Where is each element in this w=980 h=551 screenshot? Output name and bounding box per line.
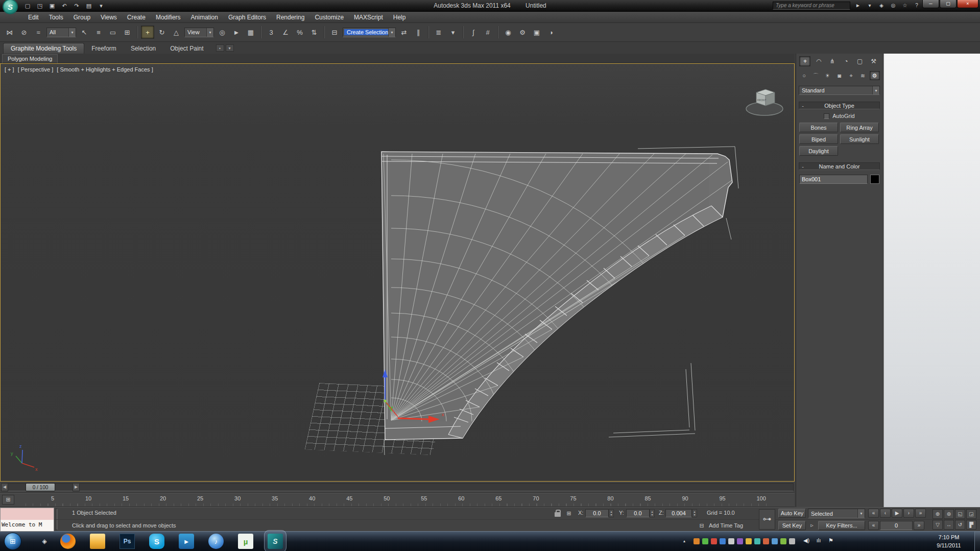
menu-rendering[interactable]: Rendering xyxy=(272,13,309,22)
network-icon[interactable]: ılı xyxy=(815,537,822,544)
previous-frame-button[interactable]: ‹ xyxy=(880,509,891,518)
render-setup-icon[interactable]: ⚙ xyxy=(516,26,529,39)
object-color-swatch[interactable] xyxy=(870,175,879,184)
angle-snap-toggle-icon[interactable]: ∠ xyxy=(279,26,292,39)
tray-chevron-icon[interactable]: ▴ xyxy=(683,539,685,543)
tray-icon-7[interactable] xyxy=(746,538,752,544)
tray-icon-8[interactable] xyxy=(754,538,760,544)
show-desktop-button[interactable] xyxy=(974,532,980,551)
select-by-name-icon[interactable]: ≡ xyxy=(92,26,105,39)
zoom-all-icon[interactable]: ⊜ xyxy=(944,509,954,519)
object-name-field[interactable]: Box001 xyxy=(799,175,868,184)
macro-recorder-field[interactable] xyxy=(1,508,54,520)
object-class-dropdown[interactable]: Standard ▾ xyxy=(799,86,880,95)
quick-launch-icon[interactable]: ◈ xyxy=(40,537,49,546)
autogrid-checkbox[interactable] xyxy=(824,113,829,119)
tray-icon-10[interactable] xyxy=(772,538,778,544)
undo-icon[interactable]: ↶ xyxy=(59,1,69,10)
name-and-color-rollout-header[interactable]: - Name and Color xyxy=(799,162,880,170)
taskbar-skype-icon[interactable]: S xyxy=(149,534,164,549)
communication-center-icon[interactable]: ◎ xyxy=(889,2,897,10)
menu-help[interactable]: Help xyxy=(389,13,411,22)
ribbon-minimize-icon[interactable]: ▾ xyxy=(226,44,234,52)
qat-options-icon[interactable]: ▾ xyxy=(96,1,106,10)
close-button[interactable]: × xyxy=(957,0,978,8)
favorites-icon[interactable]: ☆ xyxy=(901,2,909,10)
rectangular-selection-region-icon[interactable]: ▭ xyxy=(106,26,119,39)
select-and-manipulate-icon[interactable]: ► xyxy=(230,26,243,39)
menu-graph-editors[interactable]: Graph Editors xyxy=(224,13,271,22)
motion-tab-icon[interactable]: ◔ xyxy=(841,56,852,66)
geometry-category-icon[interactable]: ○ xyxy=(799,71,809,80)
maxscript-mini-listener[interactable]: Welcome to M xyxy=(0,508,54,532)
open-mini-curve-editor-button[interactable]: ⊞ xyxy=(2,495,14,505)
auto-key-button[interactable]: Auto Key xyxy=(778,509,806,518)
listener-field[interactable]: Welcome to M xyxy=(1,520,54,531)
selected-set-dropdown[interactable]: Selected ▾ xyxy=(808,509,865,518)
selection-lock-icon[interactable] xyxy=(555,512,561,517)
tray-icon-12[interactable] xyxy=(789,538,795,544)
taskbar-photoshop-icon[interactable]: Ps xyxy=(119,534,135,549)
rendered-frame-window-icon[interactable]: ▣ xyxy=(530,26,543,39)
current-frame-field[interactable]: 0 xyxy=(880,521,913,530)
taskbar-3dsmax-icon[interactable]: S xyxy=(268,534,283,549)
next-frame-step-button[interactable]: ▶ xyxy=(73,483,80,491)
viewport-pov-menu[interactable]: [ Perspective ] xyxy=(18,66,54,73)
menu-modifiers[interactable]: Modifiers xyxy=(151,13,185,22)
ring-array-button[interactable]: Ring Array xyxy=(840,123,879,132)
schematic-view-icon[interactable]: # xyxy=(481,26,494,39)
menu-create[interactable]: Create xyxy=(123,13,150,22)
keyboard-shortcut-override-icon[interactable]: ▦ xyxy=(244,26,257,39)
tab-freeform[interactable]: Freeform xyxy=(84,43,124,54)
window-crossing-toggle-icon[interactable]: ⊞ xyxy=(121,26,134,39)
viewport-general-menu[interactable]: [ + ] xyxy=(5,66,14,73)
perspective-viewport[interactable]: [ + ] [ Perspective ] [ Smooth + Highlig… xyxy=(0,63,795,482)
tray-icon-1[interactable] xyxy=(694,538,700,544)
named-selection-set-dropdown[interactable]: Create Selection Set ▾ xyxy=(343,28,396,37)
redo-icon[interactable]: ↷ xyxy=(71,1,82,10)
previous-key-button[interactable]: « xyxy=(868,521,879,530)
save-file-icon[interactable]: ▣ xyxy=(47,1,57,10)
space-warps-category-icon[interactable]: ≋ xyxy=(858,71,868,80)
coord-y-spinner[interactable]: ▴▾ xyxy=(650,509,655,517)
search-go-icon[interactable]: ► xyxy=(854,2,862,10)
tray-icon-3[interactable] xyxy=(711,538,717,544)
selection-filter-dropdown[interactable]: All ▾ xyxy=(46,28,76,37)
coord-z-spinner[interactable]: ▴▾ xyxy=(692,509,697,517)
curve-editor-icon[interactable]: ∫ xyxy=(467,26,480,39)
coord-x-field[interactable]: 0.0 xyxy=(585,509,609,517)
action-center-flag-icon[interactable]: ⚑ xyxy=(827,537,834,544)
key-filters-button[interactable]: Key Filters... xyxy=(818,521,865,530)
select-and-move-icon[interactable]: + xyxy=(141,26,154,39)
menu-views[interactable]: Views xyxy=(96,13,122,22)
previous-frame-step-button[interactable]: ◀ xyxy=(1,483,8,491)
tab-object-paint[interactable]: Object Paint xyxy=(163,43,210,54)
new-scene-icon[interactable]: ▢ xyxy=(22,1,33,10)
snaps-toggle-icon[interactable]: 3 xyxy=(265,26,278,39)
key-filter-check-icon[interactable]: ▹ xyxy=(808,521,816,530)
systems-category-icon[interactable]: ⚙ xyxy=(870,71,880,80)
track-bar[interactable]: 5101520253035404550556065707580859095100… xyxy=(0,493,795,507)
tray-icon-11[interactable] xyxy=(780,538,786,544)
select-and-scale-icon[interactable]: △ xyxy=(170,26,183,39)
select-and-rotate-icon[interactable]: ↻ xyxy=(155,26,169,39)
reference-coordinate-dropdown[interactable]: View ▾ xyxy=(184,28,214,37)
mirror-icon[interactable]: ⇄ xyxy=(397,26,411,39)
tab-selection[interactable]: Selection xyxy=(124,43,163,54)
taskbar-media-player-icon[interactable]: ▶ xyxy=(179,534,194,549)
minimize-button[interactable]: ─ xyxy=(922,0,939,8)
align-icon[interactable]: ∥ xyxy=(412,26,425,39)
select-and-link-icon[interactable]: ⋈ xyxy=(3,26,16,39)
start-button[interactable]: ⊞ xyxy=(4,533,21,550)
open-file-icon[interactable]: ◳ xyxy=(35,1,45,10)
bind-to-space-warp-icon[interactable]: ≈ xyxy=(32,26,45,39)
next-key-button[interactable]: » xyxy=(914,521,924,530)
search-scope-icon[interactable]: ▾ xyxy=(866,2,874,10)
time-slider-track[interactable] xyxy=(1,483,794,491)
tray-icon-2[interactable] xyxy=(702,538,708,544)
use-pivot-point-center-icon[interactable]: ◎ xyxy=(216,26,229,39)
viewcube[interactable]: FRONT xyxy=(746,89,783,115)
ribbon-pin-icon[interactable]: ▪ xyxy=(216,44,224,52)
sunlight-button[interactable]: Sunlight xyxy=(840,134,879,144)
coord-x-spinner[interactable]: ▴▾ xyxy=(609,509,614,517)
